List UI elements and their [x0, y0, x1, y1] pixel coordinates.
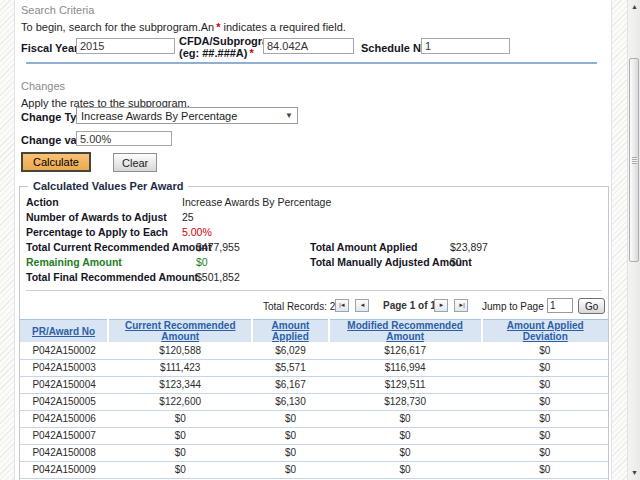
search-instruction: To begin, search for the subprogram.An*i… — [21, 21, 346, 33]
table-row: P042A150004$123,344$6,167$129,511$0 — [20, 376, 608, 393]
column-header-link[interactable]: Modified Recommended Amount — [347, 320, 463, 342]
content-panel: Search Criteria To begin, search for the… — [14, 0, 612, 480]
calc-row-num-awards: Number of Awards to Adjust 25 — [26, 211, 602, 225]
table-cell: $0 — [108, 427, 252, 444]
total-amount-applied-label: Total Amount Applied — [310, 241, 418, 253]
table-cell: P042A150002 — [20, 342, 108, 359]
clear-button[interactable]: Clear — [113, 153, 157, 172]
percentage-value: 5.00% — [182, 226, 212, 238]
table-cell: $5,571 — [252, 359, 328, 376]
search-criteria-title: Search Criteria — [21, 4, 94, 16]
table-cell: $6,130 — [252, 393, 328, 410]
previous-page-button[interactable]: ◄ — [355, 299, 369, 312]
column-header-modified-recommended-amount[interactable]: Modified Recommended Amount — [329, 320, 482, 343]
table-cell: $0 — [108, 410, 252, 427]
total-current-recommended-value: $477,955 — [196, 241, 240, 253]
calculate-button[interactable]: Calculate — [21, 152, 91, 172]
table-cell: $129,511 — [329, 376, 482, 393]
percentage-label: Percentage to Apply to Each — [26, 226, 168, 238]
table-cell: $0 — [482, 393, 608, 410]
total-records-label: Total Records: 25 — [263, 301, 341, 312]
schedule-no-input[interactable] — [421, 38, 510, 54]
cfda-required-asterisk: * — [249, 47, 253, 59]
table-cell: $0 — [329, 410, 482, 427]
table-cell: $0 — [329, 444, 482, 461]
column-header-pr-award-no[interactable]: PR/Award No — [20, 320, 108, 343]
next-page-button[interactable]: ► — [434, 299, 448, 312]
column-header-link[interactable]: Amount Applied Deviation — [507, 320, 584, 342]
num-awards-label: Number of Awards to Adjust — [26, 211, 167, 223]
table-cell: $0 — [252, 410, 328, 427]
action-label: Action — [26, 196, 59, 208]
column-header-amount-applied[interactable]: Amount Applied — [252, 320, 328, 343]
awards-table-head-row: PR/Award NoCurrent Recommended AmountAmo… — [20, 320, 608, 343]
table-cell: $0 — [482, 444, 608, 461]
jump-to-page-label: Jump to Page — [482, 301, 544, 312]
total-final-recommended-value: $501,852 — [196, 271, 240, 283]
calc-row-totals-1: Total Current Recommended Amount $477,95… — [26, 241, 602, 255]
table-cell: $116,994 — [329, 359, 482, 376]
table-cell: $6,167 — [252, 376, 328, 393]
search-instruction-text: To begin, search for the subprogram.An — [21, 21, 214, 33]
table-cell: $0 — [252, 461, 328, 478]
calc-row-totals-2: Remaining Amount $0 Total Manually Adjus… — [26, 256, 602, 270]
table-cell: P042A150004 — [20, 376, 108, 393]
calc-row-percentage: Percentage to Apply to Each 5.00% — [26, 226, 602, 240]
total-manually-adjusted-label: Total Manually Adjusted Amount — [310, 256, 472, 268]
table-cell: $0 — [108, 444, 252, 461]
go-button[interactable]: Go — [578, 298, 605, 314]
column-header-amount-applied-deviation[interactable]: Amount Applied Deviation — [482, 320, 608, 343]
fiscal-year-input[interactable] — [76, 38, 175, 54]
table-cell: P042A150005 — [20, 393, 108, 410]
awards-table-body: P042A150002$120,588$6,029$126,617$0P042A… — [20, 342, 608, 480]
table-cell: $0 — [108, 461, 252, 478]
table-cell: $0 — [329, 427, 482, 444]
action-value: Increase Awards By Percentage — [182, 196, 331, 208]
total-manually-adjusted-value: $0 — [450, 256, 462, 268]
calculated-values-fieldset: Calculated Values Per Award Action Incre… — [19, 186, 609, 480]
cfda-subprogram-input[interactable] — [263, 38, 354, 54]
table-cell: $6,029 — [252, 342, 328, 359]
scrollbar-grip-icon — [632, 157, 637, 164]
scroll-up-icon[interactable]: ▲ — [628, 3, 640, 10]
table-row: P042A150006$0$0$0$0 — [20, 410, 608, 427]
awards-table-container: PR/Award NoCurrent Recommended AmountAmo… — [20, 319, 608, 480]
pagination-bar: Total Records: 25 |◄ ◄ Page 1 of 1 ► ►| … — [20, 298, 608, 315]
total-current-recommended-label: Total Current Recommended Amount — [26, 241, 212, 253]
table-cell: $0 — [482, 427, 608, 444]
vertical-scrollbar[interactable]: ▲ ▼ — [627, 0, 640, 480]
table-cell: $123,344 — [108, 376, 252, 393]
table-cell: $120,588 — [108, 342, 252, 359]
table-cell: $122,600 — [108, 393, 252, 410]
last-page-button[interactable]: ►| — [454, 299, 468, 312]
column-header-link[interactable]: Amount Applied — [272, 320, 310, 342]
scroll-down-icon[interactable]: ▼ — [628, 469, 640, 476]
table-cell: $128,730 — [329, 393, 482, 410]
jump-to-page-input[interactable] — [547, 298, 573, 313]
column-header-link[interactable]: Current Recommended Amount — [125, 320, 236, 342]
total-final-recommended-label: Total Final Recommended Amount — [26, 271, 198, 283]
change-type-select[interactable]: Increase Awards By Percentage ▼ — [76, 107, 298, 124]
table-cell: $0 — [482, 359, 608, 376]
schedule-no-label-text: Schedule No — [361, 42, 428, 54]
table-cell: $0 — [482, 461, 608, 478]
table-cell: $0 — [482, 342, 608, 359]
page-background: { "search": { "title": "Search Criteria"… — [0, 0, 640, 480]
scrollbar-thumb[interactable] — [629, 58, 639, 262]
table-row: P042A150003$111,423$5,571$116,994$0 — [20, 359, 608, 376]
table-cell: $0 — [252, 444, 328, 461]
table-cell: P042A150008 — [20, 444, 108, 461]
table-row: P042A150002$120,588$6,029$126,617$0 — [20, 342, 608, 359]
table-row: P042A150009$0$0$0$0 — [20, 461, 608, 478]
change-value-input[interactable] — [76, 131, 172, 146]
changes-title: Changes — [21, 80, 65, 92]
table-cell: P042A150003 — [20, 359, 108, 376]
column-header-link[interactable]: PR/Award No — [32, 326, 95, 337]
change-type-selected-value: Increase Awards By Percentage — [81, 110, 237, 122]
column-header-current-recommended-amount[interactable]: Current Recommended Amount — [108, 320, 252, 343]
table-row: P042A150008$0$0$0$0 — [20, 444, 608, 461]
table-cell: P042A150006 — [20, 410, 108, 427]
table-cell: $111,423 — [108, 359, 252, 376]
first-page-button[interactable]: |◄ — [335, 299, 349, 312]
table-cell: $0 — [329, 461, 482, 478]
